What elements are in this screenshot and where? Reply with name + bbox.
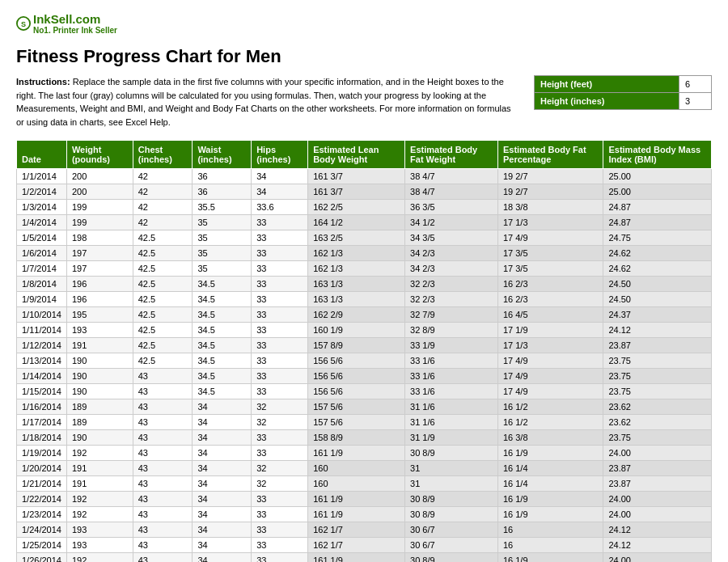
table-cell: 34 [193, 430, 252, 446]
table-cell: 193 [66, 538, 133, 553]
table-cell: 19 2/7 [497, 169, 603, 184]
table-row: 1/10/201419542.534.533162 2/932 7/916 4/… [17, 307, 712, 323]
table-cell: 43 [133, 492, 193, 507]
table-cell: 192 [66, 507, 133, 522]
table-cell: 43 [133, 384, 193, 399]
table-cell: 43 [133, 522, 193, 538]
page-title: Fitness Progress Chart for Men [16, 46, 712, 67]
table-cell: 33 [252, 338, 308, 353]
table-cell: 17 1/3 [497, 338, 603, 353]
table-cell: 16 [497, 522, 603, 538]
table-cell: 162 2/5 [308, 200, 405, 215]
table-cell: 160 [308, 461, 405, 476]
table-row: 1/2/2014200423634161 3/738 4/719 2/725.0… [17, 184, 712, 200]
table-cell: 16 2/3 [497, 277, 603, 292]
table-row: 1/26/2014192433433161 1/930 8/916 1/924.… [17, 553, 712, 563]
table-cell: 191 [66, 338, 133, 353]
table-cell: 1/19/2014 [17, 446, 67, 461]
table-cell: 17 1/3 [497, 215, 603, 230]
table-cell: 17 4/9 [497, 384, 603, 399]
table-cell: 38 4/7 [405, 169, 498, 184]
table-cell: 33 1/9 [405, 338, 498, 353]
table-cell: 23.75 [603, 430, 712, 446]
table-cell: 31 [405, 476, 498, 492]
table-cell: 1/15/2014 [17, 384, 67, 399]
table-cell: 34 [193, 461, 252, 476]
table-cell: 17 4/9 [497, 230, 603, 246]
table-cell: 33 [252, 292, 308, 307]
table-cell: 42 [133, 215, 193, 230]
table-cell: 1/20/2014 [17, 461, 67, 476]
table-cell: 43 [133, 430, 193, 446]
table-cell: 30 8/9 [405, 507, 498, 522]
table-row: 1/13/201419042.534.533156 5/633 1/617 4/… [17, 353, 712, 369]
table-cell: 192 [66, 553, 133, 563]
table-cell: 34 [252, 169, 308, 184]
table-cell: 33 [252, 246, 308, 261]
table-cell: 198 [66, 230, 133, 246]
table-cell: 42.5 [133, 353, 193, 369]
table-row: 1/8/201419642.534.533163 1/332 2/316 2/3… [17, 277, 712, 292]
table-cell: 42 [133, 184, 193, 200]
table-cell: 192 [66, 492, 133, 507]
table-row: 1/6/201419742.53533162 1/334 2/317 3/524… [17, 246, 712, 261]
height-feet-value[interactable]: 6 [679, 76, 711, 93]
table-cell: 24.62 [603, 246, 712, 261]
table-cell: 161 1/9 [308, 553, 405, 563]
table-cell: 33 [252, 277, 308, 292]
table-cell: 158 8/9 [308, 430, 405, 446]
table-cell: 24.12 [603, 522, 712, 538]
table-cell: 17 4/9 [497, 353, 603, 369]
table-cell: 1/12/2014 [17, 338, 67, 353]
table-cell: 162 2/9 [308, 307, 405, 323]
table-cell: 42.5 [133, 261, 193, 277]
table-cell: 1/17/2014 [17, 415, 67, 430]
table-cell: 33 [252, 369, 308, 384]
table-cell: 42.5 [133, 277, 193, 292]
table-cell: 24.62 [603, 261, 712, 277]
height-inches-label: Height (inches) [535, 93, 679, 110]
table-cell: 1/9/2014 [17, 292, 67, 307]
table-cell: 1/6/2014 [17, 246, 67, 261]
table-cell: 16 [497, 538, 603, 553]
table-cell: 162 1/3 [308, 261, 405, 277]
table-cell: 32 [252, 461, 308, 476]
table-cell: 30 8/9 [405, 492, 498, 507]
table-cell: 1/14/2014 [17, 369, 67, 384]
table-cell: 43 [133, 415, 193, 430]
table-row: 1/23/2014192433433161 1/930 8/916 1/924.… [17, 507, 712, 522]
table-cell: 157 5/6 [308, 399, 405, 415]
table-cell: 164 1/2 [308, 215, 405, 230]
table-cell: 33 [252, 261, 308, 277]
height-inches-value[interactable]: 3 [679, 93, 711, 110]
table-cell: 18 3/8 [497, 200, 603, 215]
table-cell: 35 [193, 246, 252, 261]
table-cell: 33 [252, 353, 308, 369]
table-cell: 43 [133, 538, 193, 553]
table-cell: 1/1/2014 [17, 169, 67, 184]
table-cell: 1/18/2014 [17, 430, 67, 446]
table-cell: 34 2/3 [405, 261, 498, 277]
table-cell: 200 [66, 169, 133, 184]
table-cell: 24.00 [603, 507, 712, 522]
table-cell: 24.50 [603, 277, 712, 292]
table-cell: 43 [133, 507, 193, 522]
logo-area: S InkSell.com No1. Printer Ink Seller [16, 12, 712, 35]
table-cell: 1/10/2014 [17, 307, 67, 323]
table-cell: 34.5 [193, 277, 252, 292]
table-cell: 36 3/5 [405, 200, 498, 215]
table-cell: 16 1/9 [497, 446, 603, 461]
table-cell: 24.75 [603, 230, 712, 246]
table-cell: 33 [252, 215, 308, 230]
instructions-text: Replace the sample data in the first fiv… [16, 77, 511, 127]
table-cell: 35 [193, 261, 252, 277]
table-cell: 24.00 [603, 553, 712, 563]
table-cell: 17 4/9 [497, 369, 603, 384]
table-row: 1/24/2014193433433162 1/730 6/71624.12 [17, 522, 712, 538]
table-cell: 163 1/3 [308, 292, 405, 307]
table-cell: 43 [133, 369, 193, 384]
table-cell: 1/25/2014 [17, 538, 67, 553]
table-cell: 162 1/3 [308, 246, 405, 261]
table-cell: 34 [193, 553, 252, 563]
table-cell: 24.00 [603, 492, 712, 507]
